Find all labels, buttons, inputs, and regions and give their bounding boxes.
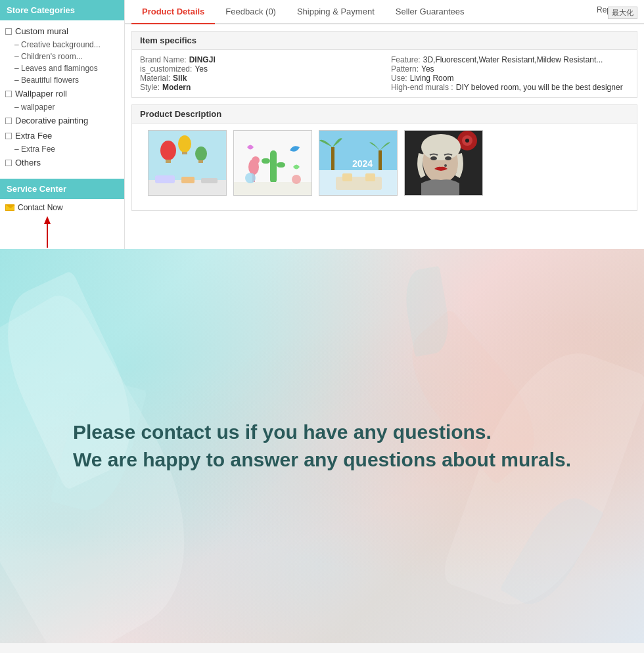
expand-icon [5, 28, 12, 35]
content-area: Product Details Feedback (0) Shipping & … [125, 0, 644, 249]
product-image-4-svg [405, 131, 483, 196]
sidebar-item-custom-mural[interactable]: Custom mural [0, 24, 124, 39]
tab-product-details[interactable]: Product Details [131, 0, 215, 24]
sidebar-sub-extra-fee[interactable]: – Extra Fee [0, 143, 124, 155]
sidebar-sub-leaves-flamingos[interactable]: – Leaves and flamingos [0, 62, 124, 74]
sidebar-item-others-label: Others [15, 158, 41, 168]
spec-feature: Feature: 3D,Fluorescent,Water Resistant,… [391, 55, 629, 64]
svg-rect-10 [155, 175, 175, 183]
spec-feature-value: 3D,Fluorescent,Water Resistant,Mildew Re… [423, 55, 603, 64]
service-center-header: Service Center [0, 179, 124, 199]
sidebar-item-wallpaper-roll[interactable]: Wallpaper roll [0, 86, 124, 101]
spec-brand-name: Brand Name: DINGJI [140, 55, 378, 64]
maximize-label: 最大化 [612, 9, 633, 16]
banner-line2: We are happy to answer any questions abo… [73, 446, 571, 474]
contact-now-item[interactable]: Contact Now [0, 199, 124, 216]
svg-rect-12 [201, 178, 218, 183]
tab-seller-guarantees[interactable]: Seller Guarantees [385, 0, 475, 24]
svg-rect-40 [405, 131, 483, 196]
spec-is-customized-value: Yes [195, 64, 208, 74]
tab-product-details-label: Product Details [142, 7, 204, 16]
spec-high-end-value: DIY beloved room, you will be the best d… [456, 83, 623, 92]
maximize-button[interactable]: 最大化 [608, 7, 637, 19]
svg-point-4 [160, 141, 176, 160]
arrow-annotation [0, 216, 125, 249]
svg-rect-5 [166, 160, 171, 163]
svg-rect-1 [47, 223, 48, 248]
svg-rect-24 [331, 147, 334, 170]
svg-rect-9 [198, 160, 203, 163]
svg-point-22 [292, 175, 301, 184]
svg-rect-15 [262, 158, 270, 164]
expand-icon-3 [5, 118, 12, 124]
sidebar-sub-wallpaper[interactable]: – wallpaper [0, 101, 124, 113]
tab-feedback-label: Feedback (0) [225, 7, 276, 16]
product-image-1-svg [149, 131, 227, 196]
red-arrow-svg [43, 216, 52, 249]
svg-text:2024: 2024 [352, 158, 373, 169]
spec-high-end-murals: High-end murals : DIY beloved room, you … [391, 83, 629, 92]
store-categories-label: Store Categories [7, 5, 75, 15]
product-images: 2024 [140, 130, 629, 204]
sidebar-item-custom-mural-label: Custom mural [15, 26, 68, 36]
svg-point-21 [245, 173, 256, 183]
spec-feature-label: Feature: [391, 55, 421, 64]
product-description-title: Product Description [140, 109, 221, 119]
service-center-label: Service Center [7, 184, 66, 194]
tabs-bar: Product Details Feedback (0) Shipping & … [125, 0, 644, 24]
contact-now-label: Contact Now [18, 203, 63, 212]
specs-right-col: Feature: 3D,Fluorescent,Water Resistant,… [391, 55, 629, 92]
specs-left-col: Brand Name: DINGJI is_customized: Yes Ma… [140, 55, 378, 92]
sidebar-sub-childrens-room[interactable]: – Children's room... [0, 51, 124, 62]
item-specifics-section: Item specifics Brand Name: DINGJI is_cus… [131, 31, 637, 98]
store-categories-header: Store Categories [0, 0, 124, 20]
svg-rect-29 [365, 173, 375, 181]
product-description-body: 2024 [132, 124, 637, 210]
spec-material-label: Material: [140, 74, 170, 83]
spec-is-customized-label: is_customized: [140, 64, 192, 74]
product-image-1[interactable] [148, 130, 227, 196]
tab-shipping-payment[interactable]: Shipping & Payment [287, 0, 385, 24]
spec-pattern-label: Pattern: [391, 64, 419, 74]
product-image-2-svg [234, 131, 312, 196]
tab-shipping-payment-label: Shipping & Payment [297, 7, 375, 16]
item-specifics-title: Item specifics [140, 35, 196, 45]
sidebar: Store Categories Custom mural – Creative… [0, 0, 125, 249]
svg-rect-25 [379, 150, 382, 170]
tab-seller-guarantees-label: Seller Guarantees [396, 7, 465, 16]
banner-line1: Please contact us if you have any questi… [73, 418, 571, 446]
sidebar-item-wallpaper-roll-label: Wallpaper roll [15, 89, 67, 99]
banner-text: Please contact us if you have any questi… [47, 392, 597, 500]
product-image-3-svg: 2024 [319, 131, 398, 196]
svg-point-19 [252, 156, 260, 164]
sidebar-item-extra-fee-label: Extra Fee [15, 131, 52, 141]
spec-brand-name-label: Brand Name: [140, 55, 187, 64]
svg-rect-28 [342, 173, 352, 181]
svg-rect-20 [234, 182, 312, 196]
sidebar-item-decorative-painting[interactable]: Decorative painting [0, 113, 124, 128]
spec-pattern-value: Yes [421, 64, 434, 74]
spec-material: Material: Silk [140, 74, 378, 83]
sidebar-item-others[interactable]: Others [0, 155, 124, 170]
spec-material-value: Silk [173, 74, 187, 83]
svg-point-6 [178, 135, 191, 152]
svg-rect-16 [277, 162, 285, 168]
spec-style-value: Modern [162, 83, 191, 92]
sidebar-item-extra-fee[interactable]: Extra Fee [0, 128, 124, 143]
spec-pattern: Pattern: Yes [391, 64, 629, 74]
sidebar-sub-creative-bg[interactable]: – Creative background... [0, 39, 124, 51]
product-image-4[interactable] [404, 130, 483, 196]
sidebar-nav: Custom mural – Creative background... – … [0, 20, 124, 173]
svg-rect-11 [181, 177, 195, 183]
expand-icon-4 [5, 133, 12, 139]
tab-feedback[interactable]: Feedback (0) [215, 0, 287, 24]
product-description-header: Product Description [132, 105, 637, 124]
spec-style-label: Style: [140, 83, 160, 92]
svg-rect-14 [270, 150, 277, 183]
product-image-2[interactable] [233, 130, 312, 196]
sidebar-item-decorative-painting-label: Decorative painting [15, 116, 88, 125]
mail-icon [5, 204, 14, 211]
product-image-3[interactable]: 2024 [319, 130, 398, 196]
svg-point-8 [195, 146, 207, 161]
sidebar-sub-beautiful-flowers[interactable]: – Beautiful flowers [0, 74, 124, 86]
